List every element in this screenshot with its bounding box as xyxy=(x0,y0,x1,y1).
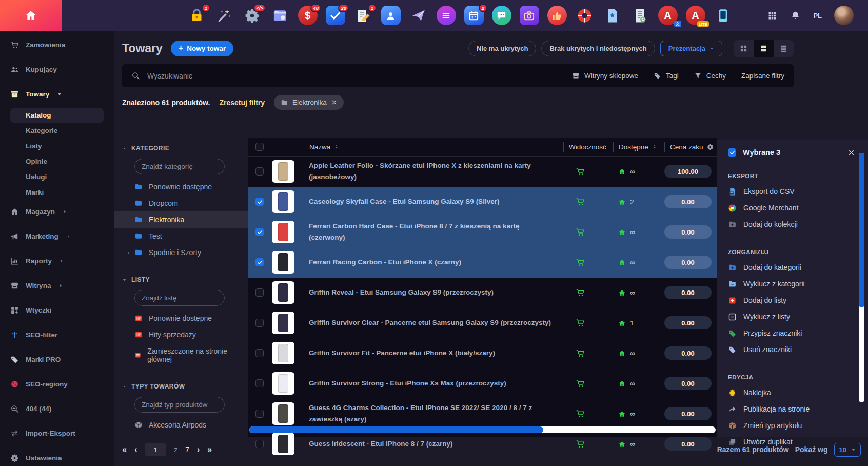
purchase-price-input[interactable]: 0.00 xyxy=(664,256,712,269)
sidebar-item[interactable]: Kupujący xyxy=(5,62,109,86)
sidebar-item[interactable]: Marketing xyxy=(5,228,109,253)
purchase-price-input[interactable]: 0.00 xyxy=(664,225,712,239)
sidebar-item[interactable]: Ustawienia xyxy=(5,450,109,466)
panel-action[interactable]: Publikacja na stronie xyxy=(728,401,855,417)
filter-group-header[interactable]: KATEGORIE xyxy=(122,145,241,152)
search-filter-action[interactable]: Zapisane filtry xyxy=(741,72,784,80)
panel-action[interactable]: Eksport do CSV xyxy=(728,183,855,200)
presentation-dropdown[interactable]: Prezentacja xyxy=(660,41,722,56)
panel-action[interactable]: Dodaj do kategorii xyxy=(728,259,855,276)
sidebar-item[interactable]: Towary Katalog Kategorie Listy Opinie Us… xyxy=(5,86,109,204)
language-selector[interactable]: PL xyxy=(813,12,822,20)
sidebar-item[interactable]: 404 (44) xyxy=(5,401,109,425)
panel-action[interactable]: Zmień typ artykułu xyxy=(728,417,855,434)
filter-item[interactable]: Ponownie dostępne xyxy=(122,179,241,195)
column-name[interactable]: Nazwa xyxy=(303,142,563,152)
active-filter-chip[interactable]: Elektronika xyxy=(274,95,344,110)
product-name[interactable]: Caseology Skyfall Case - Etui Samsung Ga… xyxy=(303,196,563,207)
purchase-price-input[interactable]: 0.00 xyxy=(664,346,712,360)
sidebar-item[interactable]: SEO-regiony xyxy=(5,376,109,401)
translator[interactable]: A 文 xyxy=(657,5,678,26)
password-lock[interactable]: 1 xyxy=(186,5,207,26)
filter-search-input[interactable] xyxy=(134,159,225,174)
visibility-cart-icon[interactable] xyxy=(576,379,585,388)
product-name[interactable]: Apple Leather Folio - Skórzane etui iPho… xyxy=(303,160,563,182)
view-list-button[interactable] xyxy=(754,40,774,57)
filter-group-header[interactable]: TYPY TOWARÓW xyxy=(122,383,241,390)
menu-oval[interactable] xyxy=(436,5,457,26)
purchase-price-input[interactable]: 0.00 xyxy=(664,407,712,420)
feedback-thumb[interactable] xyxy=(546,5,567,26)
view-grid-button[interactable] xyxy=(734,40,754,57)
filter-search-input[interactable] xyxy=(134,397,225,413)
sidebar-item[interactable]: SEO-filter xyxy=(5,327,109,352)
sidebar-item[interactable]: Zamówienia xyxy=(5,37,109,62)
filter-item[interactable]: Zamieszczone na stronie głównej xyxy=(122,343,241,367)
translator-lite[interactable]: A LITE xyxy=(685,5,706,26)
panel-action[interactable]: Dodaj do listy xyxy=(728,292,855,308)
product-name[interactable]: Ferrari Carbon Hard Case - Etui iPhone 8… xyxy=(303,221,563,243)
search-filter-action[interactable]: Tagi xyxy=(654,72,679,80)
filter-no-hidden-button[interactable]: Nie ma ukrytych xyxy=(468,41,536,56)
search-filter-action[interactable]: Cechy xyxy=(694,72,726,80)
settings-code[interactable]: </> xyxy=(242,5,263,26)
row-checkbox[interactable] xyxy=(255,167,264,176)
panel-action[interactable]: Wyklucz z kategorii xyxy=(728,276,855,292)
filter-no-hidden-unavailable-button[interactable]: Brak ukrytych i niedostępnych xyxy=(541,41,655,56)
search-filter-action[interactable]: Witryny sklepowe xyxy=(572,72,638,80)
horizontal-scrollbar[interactable] xyxy=(249,426,716,433)
sidebar-item[interactable]: Raporty xyxy=(5,253,109,278)
next-page-button[interactable]: › xyxy=(197,445,200,454)
support-buoy[interactable] xyxy=(574,5,595,26)
filter-item[interactable]: Akcesoria samochodowe xyxy=(122,433,241,437)
new-product-button[interactable]: + Nowy towar xyxy=(171,41,233,56)
visibility-cart-icon[interactable] xyxy=(576,288,585,297)
sidebar-item[interactable]: Magazyn xyxy=(5,204,109,228)
filter-item[interactable]: Elektronika xyxy=(114,211,248,228)
panel-action[interactable]: Dodaj do kolekcji xyxy=(728,216,855,232)
contacts[interactable] xyxy=(380,5,401,26)
column-visibility[interactable]: Widoczność xyxy=(563,142,613,152)
first-page-button[interactable]: « xyxy=(122,445,127,454)
last-page-button[interactable]: » xyxy=(207,445,212,454)
filter-item[interactable]: Hity sprzedaży xyxy=(122,326,241,343)
visibility-cart-icon[interactable] xyxy=(576,197,585,206)
browser-tools[interactable] xyxy=(269,5,290,26)
purchase-price-input[interactable]: 0.00 xyxy=(664,195,712,208)
row-checkbox[interactable] xyxy=(255,258,264,266)
doc-invoice[interactable] xyxy=(602,5,623,26)
avatar[interactable] xyxy=(834,6,854,25)
camera[interactable] xyxy=(519,5,540,26)
mobile-app[interactable] xyxy=(713,5,734,26)
row-checkbox[interactable] xyxy=(255,288,264,297)
filter-item[interactable]: Test xyxy=(122,228,241,244)
vertical-scrollbar[interactable] xyxy=(859,153,864,402)
filter-group-header[interactable]: LISTY xyxy=(122,276,241,283)
bell-icon[interactable] xyxy=(790,10,801,21)
visibility-cart-icon[interactable] xyxy=(576,258,585,267)
current-page-input[interactable]: 1 xyxy=(145,443,166,456)
visibility-cart-icon[interactable] xyxy=(576,318,585,327)
remove-filter-icon[interactable] xyxy=(331,100,337,105)
row-checkbox[interactable] xyxy=(255,379,264,387)
column-available[interactable]: Dostępne xyxy=(613,142,664,152)
panel-action[interactable]: Naklejka xyxy=(728,384,855,401)
column-price[interactable]: Cena zaku xyxy=(664,142,717,152)
view-table-button[interactable] xyxy=(774,40,794,57)
filter-item[interactable]: Spodnie i Szorty xyxy=(122,244,241,261)
purchase-price-input[interactable]: 0.00 xyxy=(664,316,712,329)
product-name[interactable]: Griffin Reveal - Etui Samsung Galaxy S9 … xyxy=(303,287,563,298)
product-name[interactable]: Griffin Survivor Strong - Etui iPhone Xs… xyxy=(303,378,563,389)
doc-renew[interactable] xyxy=(629,5,650,26)
panel-action[interactable]: Utwórz duplikat xyxy=(728,434,855,450)
magic-wand[interactable] xyxy=(214,5,235,26)
filter-search-input[interactable] xyxy=(134,290,225,306)
sidebar-item[interactable]: Wtyczki xyxy=(5,302,109,327)
sidebar-subitem[interactable]: Marki xyxy=(10,185,104,200)
scrollbar-thumb[interactable] xyxy=(249,426,543,433)
purchase-price-input[interactable]: 0.00 xyxy=(664,286,712,299)
visibility-cart-icon[interactable] xyxy=(576,348,585,358)
prev-page-button[interactable]: ‹ xyxy=(134,445,137,454)
row-checkbox[interactable] xyxy=(255,410,264,418)
purchase-price-input[interactable]: 100.00 xyxy=(664,165,712,178)
